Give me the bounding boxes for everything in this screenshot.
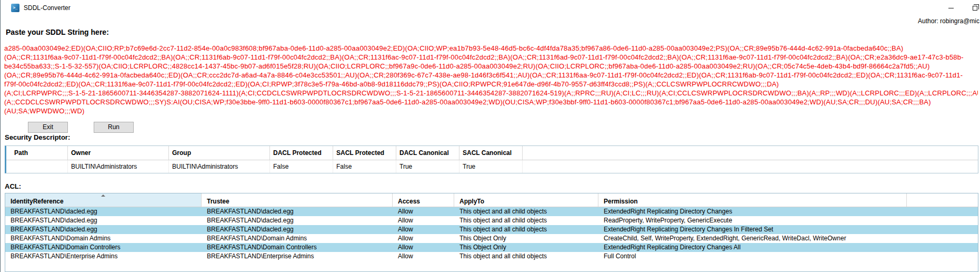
acl-row[interactable]: BREAKFASTLAND\Domain Controllers BREAKFA… — [5, 243, 978, 252]
restore-icon — [973, 6, 977, 11]
security-descriptor-table: Path Owner Group DACL Protected SACL Pro… — [5, 145, 978, 173]
acl-cell-identity: BREAKFASTLAND\Enterprise Admins — [5, 252, 202, 261]
acl-header-permission[interactable]: Permission — [598, 193, 907, 207]
acl-cell-filler — [907, 243, 978, 252]
acl-cell-access: Allow — [393, 234, 454, 243]
acl-cell-trustee: BREAKFASTLAND\dacled.egg — [202, 207, 393, 216]
security-descriptor-label: Security Descriptor: — [5, 133, 70, 141]
minimize-icon — [948, 8, 954, 8]
sd-cell-owner: BUILTIN\Administrators — [68, 160, 169, 173]
acl-cell-trustee: BREAKFASTLAND\Enterprise Admins — [202, 252, 393, 261]
acl-cell-permission: Full Control — [598, 252, 907, 261]
acl-cell-permission: ExtendedRight Replicating Directory Chan… — [598, 243, 907, 252]
acl-header-filler — [907, 193, 978, 207]
acl-cell-filler — [907, 207, 978, 216]
sddl-text-line: (A;CI;LCRPWPRC;;;S-1-5-21-1865600711-344… — [4, 89, 978, 98]
exit-button[interactable]: Exit — [28, 122, 68, 133]
acl-cell-identity: BREAKFASTLAND\dacled.egg — [5, 207, 202, 216]
sd-cell-path — [6, 160, 68, 173]
acl-cell-applyto: This object and all child objects — [454, 252, 598, 261]
acl-row[interactable]: BREAKFASTLAND\dacled.egg BREAKFASTLAND\d… — [5, 207, 978, 216]
sddl-input-label: Paste your SDDL String here: — [6, 28, 109, 36]
acl-cell-identity: BREAKFASTLAND\dacled.egg — [5, 225, 202, 234]
acl-row[interactable]: BREAKFASTLAND\Domain Admins BREAKFASTLAN… — [5, 234, 978, 243]
acl-header-applyto[interactable]: ApplyTo — [454, 193, 598, 207]
acl-cell-applyto: This object and all child objects — [454, 225, 598, 234]
sd-header-owner[interactable]: Owner — [68, 146, 169, 160]
sd-header-sacl-canonical[interactable]: SACL Canonical — [459, 146, 523, 160]
acl-cell-identity: BREAKFASTLAND\dacled.egg — [5, 216, 202, 225]
acl-cell-trustee: BREAKFASTLAND\Domain Admins — [202, 234, 393, 243]
sddl-input[interactable]: a285-00aa003049e2;ED)(OA;CIIO;RP;b7c69e6… — [4, 44, 978, 118]
acl-header-identityreference-label: IdentityReference — [11, 198, 64, 205]
sd-cell-filler — [523, 160, 978, 173]
security-descriptor-header-row: Path Owner Group DACL Protected SACL Pro… — [6, 146, 978, 160]
acl-table: IdentityReference Trustee Access ApplyTo… — [5, 193, 978, 272]
app-window: >_ SDDL-Converter Author: robingra@mic P… — [0, 0, 980, 272]
sort-ascending-icon — [101, 195, 105, 197]
sd-cell-dacl-protected: False — [270, 160, 333, 173]
acl-header-identityreference[interactable]: IdentityReference — [5, 193, 202, 207]
acl-row[interactable]: BREAKFASTLAND\Enterprise Admins BREAKFAS… — [5, 252, 978, 261]
sd-header-filler — [523, 146, 978, 160]
acl-cell-identity: BREAKFASTLAND\Domain Admins — [5, 234, 202, 243]
sd-header-sacl-protected[interactable]: SACL Protected — [333, 146, 396, 160]
sddl-text-line: (A;;CCDCLCSWRPWPDTLOCRSDRCWDWO;;;SY)S:AI… — [4, 98, 978, 106]
acl-cell-applyto: This object and all child objects — [454, 216, 598, 225]
sd-header-path[interactable]: Path — [6, 146, 68, 160]
sd-cell-dacl-canonical: True — [396, 160, 459, 173]
title-bar: >_ SDDL-Converter — [1, 0, 980, 16]
acl-cell-permission: ReadProperty, WriteProperty, GenericExec… — [598, 216, 907, 225]
acl-row[interactable]: BREAKFASTLAND\dacled.egg BREAKFASTLAND\d… — [5, 225, 978, 234]
sd-cell-group: BUILTIN\Administrators — [169, 160, 270, 173]
sd-header-group[interactable]: Group — [169, 146, 270, 160]
acl-cell-access: Allow — [393, 243, 454, 252]
acl-cell-permission: CreateChild, Self, WriteProperty, Extend… — [598, 234, 907, 243]
app-icon: >_ — [11, 4, 19, 12]
acl-cell-filler — [907, 225, 978, 234]
acl-cell-trustee: BREAKFASTLAND\dacled.egg — [202, 216, 393, 225]
acl-cell-access: Allow — [393, 207, 454, 216]
security-descriptor-row[interactable]: BUILTIN\Administrators BUILTIN\Administr… — [6, 160, 978, 173]
acl-header-row: IdentityReference Trustee Access ApplyTo… — [5, 193, 978, 207]
acl-cell-filler — [907, 252, 978, 261]
sddl-text-line: be34c55ba633;;S-1-5-32-557)(OA;CIIO;LCRP… — [4, 62, 978, 71]
author-label: Author: robingra@mic — [918, 17, 979, 25]
acl-header-access[interactable]: Access — [393, 193, 454, 207]
acl-cell-applyto: This Object Only — [454, 234, 598, 243]
sddl-text-line: (OA;;CR;89e95b76-444d-4c62-991a-0facbeda… — [4, 71, 978, 80]
sddl-text-line: f79f-00c04fc2dcd2;;ED)(OA;;CR;1131f6ae-9… — [4, 80, 978, 89]
window-title: SDDL-Converter — [24, 0, 71, 16]
acl-cell-trustee: BREAKFASTLAND\dacled.egg — [202, 225, 393, 234]
acl-header-trustee[interactable]: Trustee — [202, 193, 393, 207]
sd-header-dacl-canonical[interactable]: DACL Canonical — [396, 146, 459, 160]
acl-cell-identity: BREAKFASTLAND\Domain Controllers — [5, 243, 202, 252]
acl-cell-access: Allow — [393, 216, 454, 225]
restore-button[interactable] — [966, 0, 980, 16]
acl-cell-filler — [907, 216, 978, 225]
acl-cell-applyto: This Object Only — [454, 243, 598, 252]
acl-label: ACL: — [5, 182, 21, 190]
acl-cell-permission: ExtendedRight Replicating Directory Chan… — [598, 207, 907, 216]
run-button[interactable]: Run — [94, 122, 134, 133]
acl-cell-trustee: BREAKFASTLAND\Domain Controllers — [202, 243, 393, 252]
sddl-text-line: a285-00aa003049e2;ED)(OA;CIIO;RP;b7c69e6… — [4, 44, 978, 53]
sd-cell-sacl-protected: False — [333, 160, 396, 173]
acl-cell-filler — [907, 234, 978, 243]
acl-cell-applyto: This object and all child objects — [454, 207, 598, 216]
acl-row[interactable]: BREAKFASTLAND\dacled.egg BREAKFASTLAND\d… — [5, 216, 978, 225]
sddl-text-line: (AU;SA;WPWDWO;;;WD) — [4, 106, 978, 115]
acl-cell-permission: ExtendedRight Replicating Directory Chan… — [598, 225, 907, 234]
acl-cell-access: Allow — [393, 252, 454, 261]
sd-header-dacl-protected[interactable]: DACL Protected — [270, 146, 333, 160]
acl-cell-access: Allow — [393, 225, 454, 234]
sddl-text-line: (OA;;CR;1131f6aa-9c07-11d1-f79f-00c04fc2… — [4, 53, 978, 62]
sd-cell-sacl-canonical: True — [459, 160, 523, 173]
minimize-button[interactable] — [943, 0, 959, 16]
